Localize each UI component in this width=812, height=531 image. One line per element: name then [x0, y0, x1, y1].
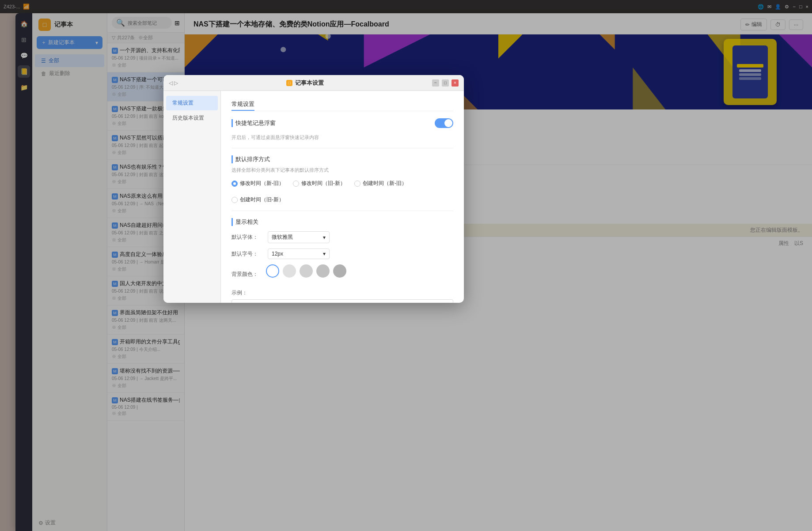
size-label: 默认字号： [231, 250, 262, 258]
settings-modal: ◁ ▷ □ 记事本设置 − □ × 常规设置 历史版本设置 [163, 75, 464, 303]
size-select-row: 默认字号： 12px ▾ [231, 249, 453, 259]
modal-body: 常规设置 历史版本设置 常规设置 快捷笔记悬浮窗 开启后，可通过桌面悬浮窗快速记… [163, 91, 464, 303]
modal-back-btn[interactable]: ◁ ▷ [169, 80, 178, 86]
section-divider-1 [231, 148, 453, 148]
sort-section: 默认排序方式 选择全部和分类列表下记事本的默认排序方式 修改时间（新-旧） 修改… [231, 155, 453, 203]
sort-desc: 选择全部和分类列表下记事本的默认排序方式 [231, 167, 453, 173]
settings-tab-text[interactable]: 常规设置 [231, 101, 254, 111]
sort-option-0[interactable]: 修改时间（新-旧） [231, 180, 284, 187]
bg-color-row: 背景颜色： [231, 264, 453, 284]
modal-header: ◁ ▷ □ 记事本设置 − □ × [163, 75, 464, 91]
modal-main-settings: 常规设置 快捷笔记悬浮窗 开启后，可通过桌面悬浮窗快速记录内容 默认排序方式 选… [221, 91, 464, 303]
modal-minimize-btn[interactable]: − [432, 79, 439, 87]
modal-header-left: ◁ ▷ [169, 80, 178, 86]
sort-label-2: 创建时间（新-旧） [363, 180, 407, 187]
float-note-desc: 开启后，可通过桌面悬浮窗快速记录内容 [231, 134, 453, 141]
display-section: 显示相关 默认字体： 微软雅黑 ▾ 默认字号： 12px ▾ [231, 218, 453, 303]
section-divider-2 [231, 211, 453, 211]
modal-sidebar: 常规设置 历史版本设置 [163, 91, 221, 303]
color-swatch-4[interactable] [333, 264, 346, 278]
sort-options: 修改时间（新-旧） 修改时间（旧-新） 创建时间（新-旧） 创建时间（ [231, 180, 453, 203]
color-swatches [266, 264, 346, 278]
sort-label-1: 修改时间（旧-新） [301, 180, 345, 187]
color-swatch-3[interactable] [316, 264, 330, 278]
size-value: 12px [272, 251, 283, 257]
color-swatch-2[interactable] [300, 264, 313, 278]
bg-color-label: 背景颜色： [231, 271, 262, 278]
display-title: 显示相关 [231, 218, 453, 226]
font-label: 默认字体： [231, 233, 262, 241]
sort-label-3: 创建时间（旧-新） [240, 196, 284, 203]
float-note-row: 快捷笔记悬浮窗 [231, 118, 453, 128]
radio-checked-icon [231, 181, 238, 187]
radio-unchecked-icon-2 [354, 181, 360, 187]
modal-title-text: 记事本设置 [295, 79, 324, 87]
color-swatch-0[interactable] [266, 264, 279, 278]
float-note-section: 快捷笔记悬浮窗 开启后，可通过桌面悬浮窗快速记录内容 [231, 118, 453, 141]
float-note-title: 快捷笔记悬浮窗 [231, 119, 276, 127]
sort-title: 默认排序方式 [231, 155, 453, 163]
font-select[interactable]: 微软雅黑 ▾ [268, 231, 330, 243]
color-swatch-1[interactable] [283, 264, 296, 278]
size-select-chevron: ▾ [323, 251, 326, 257]
font-select-chevron: ▾ [323, 234, 326, 241]
radio-unchecked-icon [293, 181, 299, 187]
modal-logo: □ [286, 80, 292, 86]
sort-label-0: 修改时间（新-旧） [240, 180, 284, 187]
preview-box: 科技保存美好生活。 abcdefghigklmnop ABCDEFGHIJKLM… [231, 299, 453, 303]
size-select[interactable]: 12px ▾ [268, 249, 330, 259]
modal-nav-general[interactable]: 常规设置 [166, 96, 218, 110]
modal-close-btn[interactable]: × [452, 79, 459, 87]
modal-overlay: ◁ ▷ □ 记事本设置 − □ × 常规设置 历史版本设置 [0, 0, 812, 531]
modal-title: □ 记事本设置 [286, 79, 324, 87]
modal-maximize-btn[interactable]: □ [442, 79, 449, 87]
sort-option-3[interactable]: 创建时间（旧-新） [231, 196, 284, 203]
sort-option-2[interactable]: 创建时间（新-旧） [354, 180, 407, 187]
radio-unchecked-icon-3 [231, 197, 238, 203]
modal-nav-history[interactable]: 历史版本设置 [166, 111, 218, 125]
font-select-row: 默认字体： 微软雅黑 ▾ [231, 231, 453, 243]
float-note-toggle[interactable] [435, 118, 453, 128]
sort-option-1[interactable]: 修改时间（旧-新） [293, 180, 345, 187]
preview-label: 示例： [231, 289, 453, 297]
modal-controls: − □ × [432, 79, 459, 87]
settings-tab-label: 常规设置 [231, 100, 453, 111]
font-value: 微软雅黑 [272, 233, 293, 241]
